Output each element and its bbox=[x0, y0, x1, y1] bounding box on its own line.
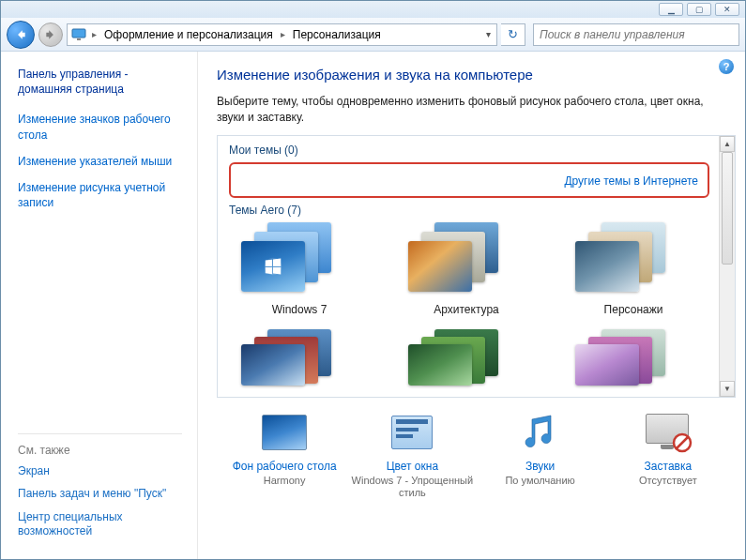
svg-rect-1 bbox=[77, 38, 81, 40]
address-dropdown[interactable]: ▾ bbox=[480, 29, 496, 39]
body: Панель управления - домашняя страница Из… bbox=[1, 52, 745, 559]
seealso-display[interactable]: Экран bbox=[18, 464, 182, 479]
sidebar: Панель управления - домашняя страница Из… bbox=[1, 52, 198, 559]
refresh-button[interactable]: ↻ bbox=[501, 23, 525, 46]
arrow-left-icon bbox=[14, 28, 27, 41]
help-icon[interactable]: ? bbox=[719, 59, 734, 74]
window-color-option[interactable]: Цвет окна Windows 7 - Упрощенный стиль bbox=[351, 411, 473, 501]
main-content: ? Изменение изображения и звука на компь… bbox=[198, 52, 745, 559]
sidebar-link-mouse-pointers[interactable]: Изменение указателей мыши bbox=[18, 154, 182, 169]
theme-label: Windows 7 bbox=[229, 303, 370, 316]
theme-label: Архитектура bbox=[396, 303, 537, 316]
search-box[interactable] bbox=[533, 23, 739, 46]
address-bar[interactable]: ▸ Оформление и персонализация ▸ Персонал… bbox=[67, 23, 497, 46]
control-panel-window: ▁ ▢ ✕ ▸ Оформление и персонализация ▸ Пе… bbox=[0, 0, 746, 560]
arrow-right-icon bbox=[44, 28, 57, 41]
seealso-taskbar[interactable]: Панель задач и меню "Пуск" bbox=[18, 487, 182, 502]
aero-themes-heading: Темы Aero (7) bbox=[229, 204, 709, 217]
personalization-options: Фон рабочего стола Harmony Цвет окна Win… bbox=[217, 411, 736, 501]
breadcrumb-personalization[interactable]: Персонализация bbox=[287, 24, 387, 45]
themes-panel: Мои темы (0) Другие темы в Интернете Тем… bbox=[217, 135, 736, 398]
breadcrumb-appearance[interactable]: Оформление и персонализация bbox=[99, 24, 279, 45]
wallpaper-icon bbox=[260, 411, 309, 454]
screensaver-disabled-icon bbox=[644, 411, 693, 454]
option-title: Фон рабочего стола bbox=[223, 460, 345, 474]
chevron-right-icon[interactable]: ▸ bbox=[279, 29, 287, 39]
titlebar: ▁ ▢ ✕ bbox=[1, 1, 745, 18]
option-title: Цвет окна bbox=[351, 460, 473, 474]
search-input[interactable] bbox=[540, 28, 733, 41]
seealso-accessibility[interactable]: Центр специальных возможностей bbox=[18, 510, 182, 539]
aero-theme-row-1: Windows 7 Архитектура bbox=[229, 222, 709, 316]
sidebar-link-account-picture[interactable]: Изменение рисунка учетной записи bbox=[18, 180, 182, 210]
option-subtitle: Harmony bbox=[223, 475, 345, 488]
svg-rect-0 bbox=[72, 29, 85, 38]
back-button[interactable] bbox=[7, 21, 35, 49]
theme-label: Персонажи bbox=[563, 303, 704, 316]
theme-architecture[interactable]: Архитектура bbox=[396, 222, 537, 316]
option-title: Заставка bbox=[607, 460, 729, 474]
option-title: Звуки bbox=[480, 460, 601, 474]
sounds-option[interactable]: Звуки По умолчанию bbox=[480, 411, 601, 501]
screensaver-option[interactable]: Заставка Отсутствует bbox=[607, 411, 729, 501]
theme-windows7[interactable]: Windows 7 bbox=[229, 222, 370, 316]
maximize-button[interactable]: ▢ bbox=[687, 3, 711, 16]
page-description: Выберите тему, чтобы одновременно измени… bbox=[217, 94, 705, 126]
theme-item[interactable] bbox=[563, 329, 704, 386]
theme-characters[interactable]: Персонажи bbox=[563, 222, 704, 316]
window-color-icon bbox=[388, 411, 436, 454]
navbar: ▸ Оформление и персонализация ▸ Персонал… bbox=[1, 18, 745, 52]
scroll-up-button[interactable]: ▲ bbox=[720, 136, 735, 152]
online-themes-link[interactable]: Другие темы в Интернете bbox=[564, 174, 698, 188]
page-title: Изменение изображения и звука на компьют… bbox=[217, 67, 736, 83]
music-notes-icon bbox=[516, 411, 565, 454]
scroll-down-button[interactable]: ▼ bbox=[720, 381, 735, 397]
option-subtitle: Windows 7 - Упрощенный стиль bbox=[351, 475, 473, 501]
monitor-icon bbox=[69, 26, 88, 43]
option-subtitle: По умолчанию bbox=[480, 475, 601, 488]
close-button[interactable]: ✕ bbox=[715, 3, 739, 16]
forward-button[interactable] bbox=[38, 23, 63, 47]
control-panel-home-link[interactable]: Панель управления - домашняя страница bbox=[18, 67, 182, 97]
windows-logo-icon bbox=[263, 256, 283, 277]
scroll-thumb[interactable] bbox=[722, 152, 733, 265]
minimize-button[interactable]: ▁ bbox=[659, 3, 683, 16]
theme-item[interactable] bbox=[396, 329, 537, 386]
sidebar-link-desktop-icons[interactable]: Изменение значков рабочего стола bbox=[18, 112, 182, 142]
option-subtitle: Отсутствует bbox=[607, 475, 729, 488]
see-also-heading: См. также bbox=[18, 433, 182, 457]
desktop-background-option[interactable]: Фон рабочего стола Harmony bbox=[223, 411, 345, 501]
theme-item[interactable] bbox=[229, 329, 370, 386]
scrollbar[interactable]: ▲ ▼ bbox=[719, 136, 735, 397]
aero-theme-row-2 bbox=[229, 329, 709, 386]
chevron-right-icon[interactable]: ▸ bbox=[90, 29, 99, 39]
online-themes-callout: Другие темы в Интернете bbox=[229, 162, 709, 198]
my-themes-heading: Мои темы (0) bbox=[229, 144, 709, 157]
